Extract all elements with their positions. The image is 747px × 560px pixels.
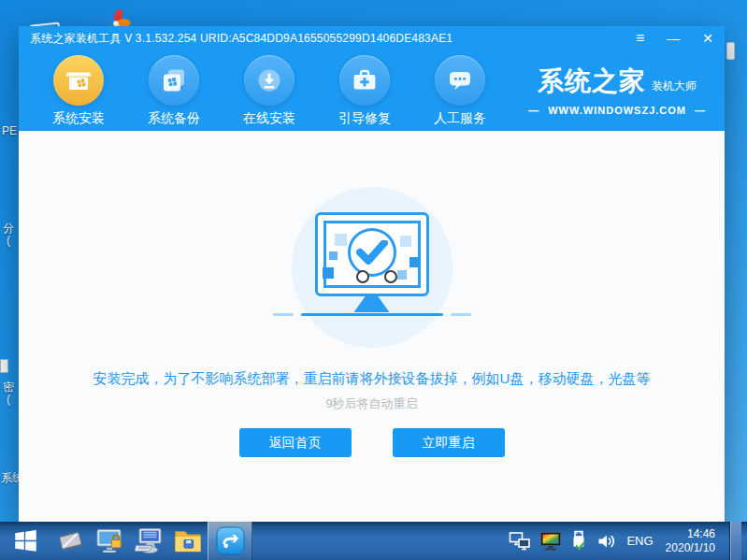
download-circle-icon (244, 55, 294, 106)
start-button[interactable] (0, 522, 50, 560)
taskbar: ENG 14:46 2020/1/10 (0, 522, 747, 560)
taskbar-clock[interactable]: 14:46 2020/1/10 (666, 527, 715, 555)
windows-logo-icon (13, 528, 38, 553)
return-home-button[interactable]: 返回首页 (239, 428, 352, 457)
brand-dash-right: — (695, 105, 706, 116)
monitor-screen (323, 221, 421, 288)
chat-bubble-icon (435, 55, 485, 106)
desktop-label-fragment-pe[interactable]: PE (2, 125, 17, 137)
brand-logo: 系统之家 装机大师 — WWW.WINDOWSZJ.COM — (528, 55, 706, 116)
taskbar-chip-icon[interactable] (50, 522, 90, 560)
brand-website: WWW.WINDOWSZJ.COM (548, 105, 686, 116)
nav-label: 系统备份 (148, 110, 200, 127)
close-icon[interactable]: ✕ (702, 32, 713, 45)
minimize-icon[interactable]: — (667, 32, 680, 45)
installer-app-icon (216, 526, 245, 555)
nav-item-online-install[interactable]: 在线安装 (236, 55, 303, 127)
monitor-graphic (315, 212, 429, 296)
monitor-stand (354, 296, 390, 312)
brand-dash-left: — (528, 105, 539, 116)
titlebar: 系统之家装机工具 V 3.1.532.254 URID:A5C84DD9A165… (19, 26, 725, 50)
brand-name: 系统之家 (538, 64, 646, 99)
show-desktop-button[interactable] (729, 522, 741, 560)
main-nav: 系统安装 (45, 55, 494, 127)
main-content: 安装完成，为了不影响系统部署，重启前请将外接设备拔掉，例如U盘，移动硬盘，光盘等… (19, 131, 725, 522)
clock-time: 14:46 (666, 527, 715, 541)
nav-label: 引导修复 (338, 110, 391, 127)
window-title: 系统之家装机工具 V 3.1.532.254 URID:A5C84DD9A165… (30, 31, 453, 47)
nav-header: 系统安装 (19, 50, 725, 131)
nav-item-system-backup[interactable]: 系统备份 (140, 55, 208, 127)
taskbar-installer-app-button[interactable] (208, 522, 252, 560)
system-tray: ENG 14:46 2020/1/10 (509, 522, 747, 560)
usb-eject-icon[interactable] (570, 530, 587, 553)
install-complete-message: 安装完成，为了不影响系统部署，重启前请将外接设备拔掉，例如U盘，移动硬盘，光盘等 (93, 370, 651, 388)
desktop-icon-fragment-right[interactable] (726, 42, 735, 60)
nav-item-boot-repair[interactable]: 引导修复 (331, 55, 398, 127)
network-icon[interactable] (509, 531, 531, 552)
taskbar-computer-icon[interactable] (129, 522, 168, 560)
desktop-label-fragment-mi[interactable]: 密 ( (3, 381, 14, 406)
app-window: 系统之家装机工具 V 3.1.532.254 URID:A5C84DD9A165… (19, 26, 725, 522)
nav-label: 人工服务 (434, 110, 486, 127)
nav-item-human-service[interactable]: 人工服务 (426, 55, 494, 127)
nav-label: 在线安装 (243, 110, 295, 127)
volume-icon[interactable] (596, 531, 618, 552)
repair-toolbox-icon (339, 55, 390, 106)
menu-icon[interactable]: ≡ (636, 32, 644, 45)
taskbar-monitor-lock-icon[interactable] (90, 522, 129, 560)
language-indicator[interactable]: ENG (626, 534, 653, 548)
install-box-icon (53, 55, 104, 106)
install-complete-illustration (292, 187, 453, 348)
nav-item-system-install[interactable]: 系统安装 (45, 55, 112, 127)
taskbar-folder-icon[interactable] (168, 522, 208, 560)
desktop-label-fragment-fen[interactable]: 分 ( (3, 223, 14, 247)
restart-countdown: 9秒后将自动重启 (325, 395, 417, 412)
clock-date: 2020/1/10 (666, 541, 715, 555)
desktop: PE 分 ( 密 ( 系统 系统之家装机工具 V 3.1.532.254 URI… (0, 0, 747, 560)
restart-now-button[interactable]: 立即重启 (393, 428, 505, 457)
nav-label: 系统安装 (52, 110, 105, 127)
desktop-file-icon-fragment[interactable] (0, 359, 8, 373)
brand-suffix: 装机大师 (652, 79, 697, 94)
backup-copies-icon (149, 55, 199, 106)
monitor-baseline (301, 313, 443, 316)
display-color-icon[interactable] (539, 531, 562, 552)
